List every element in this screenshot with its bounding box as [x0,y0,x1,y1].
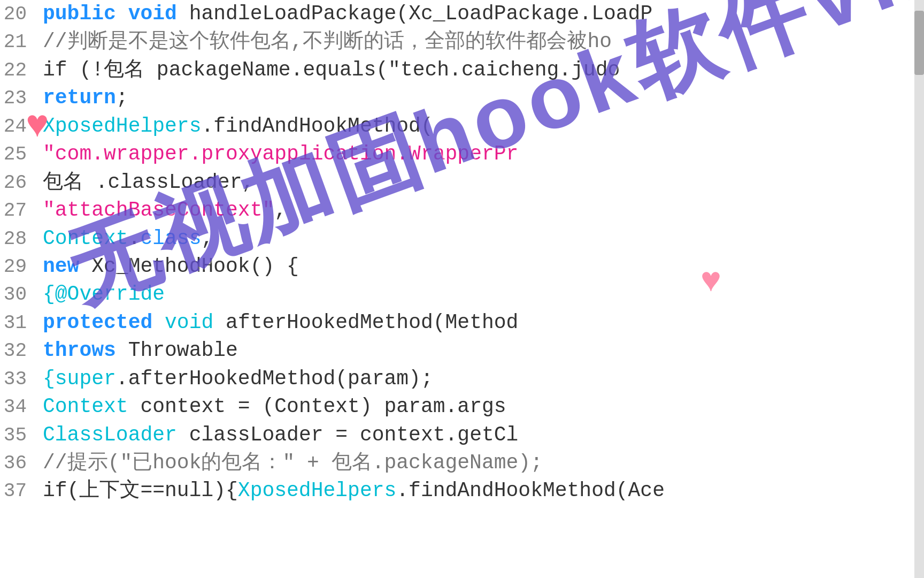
code-token: "attachBaseContext" [43,199,274,222]
code-token: handleLoadPackage(Xc_LoadPackage.LoadP [189,2,653,25]
line-number: 29 [0,254,43,280]
code-token: , [201,227,213,250]
code-token: public [43,2,128,25]
code-token: classLoader = context.getCl [189,423,519,446]
code-line: 35 ClassLoader classLoader = context.get… [0,421,924,449]
line-content: protected void afterHookedMethod(Method [43,309,518,337]
line-number: 28 [0,226,43,253]
code-token: ClassLoader [43,423,189,446]
code-line: 24 XposedHelpers.findAndHookMethod( [0,112,924,140]
line-number: 20 [0,1,43,28]
line-number: 21 [0,29,43,56]
line-content: "com.wrapper.proxyapplication.WrapperPr [43,140,518,168]
code-line: 36 //提示("已hook的包名：" + 包名.packageName); [0,449,924,477]
line-content: 包名 .classLoader, [43,169,254,196]
code-token: void [165,311,226,334]
code-token: protected [43,311,165,334]
code-token: new [43,255,91,278]
code-token: //判断是不是这个软件包名,不判断的话，全部的软件都会被ho [43,30,612,53]
line-number: 34 [0,394,43,421]
line-content: Context context = (Context) param.args [43,393,506,421]
code-line: 29 new Xc_MethodHook() { [0,253,924,280]
code-line: 26 包名 .classLoader, [0,169,924,196]
line-content: {@Override [43,280,165,308]
line-content: {super.afterHookedMethod(param); [43,365,433,393]
code-token: packageName.equals("tech.caicheng.judo [144,58,620,81]
line-content: new Xc_MethodHook() { [43,253,299,280]
code-line: 37 if(上下文==null){XposedHelpers.findAndHo… [0,477,924,505]
line-number: 32 [0,338,43,364]
code-line: 31 protected void afterHookedMethod(Meth… [0,309,924,337]
code-token: , [274,199,287,222]
code-token: Xc_MethodHook [91,255,250,278]
code-line: 25 "com.wrapper.proxyapplication.Wrapper… [0,140,924,168]
code-line: 22 if (!包名 packageName.equals("tech.caic… [0,56,924,84]
line-content: if (!包名 packageName.equals("tech.caichen… [43,56,620,84]
code-token: class [140,227,201,250]
code-token: 包名 [104,58,144,81]
line-content: //提示("已hook的包名：" + 包名.packageName); [43,449,543,477]
line-content: throws Throwable [43,337,238,364]
line-number: 31 [0,310,43,337]
code-token: void [128,2,189,25]
code-token: .findAndHookMethod( [201,115,433,138]
code-token: Throwable [128,339,238,362]
code-line: 20 public void handleLoadPackage(Xc_Load… [0,0,924,28]
code-line: 21 //判断是不是这个软件包名,不判断的话，全部的软件都会被ho [0,28,924,56]
line-content: if(上下文==null){XposedHelpers.findAndHookM… [43,477,665,505]
code-line: 30 {@Override [0,280,924,308]
code-line: 28 Context.class, [0,225,924,253]
line-content: Context.class, [43,225,213,253]
code-line: 32 throws Throwable [0,337,924,364]
code-line: 33 {super.afterHookedMethod(param); [0,365,924,393]
line-content: XposedHelpers.findAndHookMethod( [43,112,433,140]
code-editor: 20 public void handleLoadPackage(Xc_Load… [0,0,924,578]
code-token: Context [43,395,140,418]
line-number: 33 [0,366,43,393]
code-token: {super [43,367,116,390]
code-token: context = (Context) param.args [140,395,506,418]
code-token: //提示("已hook的包名：" + 包名.packageName); [43,451,543,474]
line-number: 30 [0,282,43,308]
code-token: Context [43,227,128,250]
line-content: "attachBaseContext", [43,196,287,224]
line-number: 27 [0,197,43,224]
line-content: ClassLoader classLoader = context.getCl [43,421,518,449]
code-token: throws [43,339,128,362]
line-number: 24 [0,113,43,140]
code-line: 34 Context context = (Context) param.arg… [0,393,924,421]
code-token: XposedHelpers [43,115,201,138]
scrollbar-thumb[interactable] [914,11,924,75]
code-token: if (! [43,58,104,81]
line-content: return; [43,84,128,112]
code-line: 27 "attachBaseContext", [0,196,924,224]
line-number: 22 [0,57,43,84]
code-token: .findAndHookMethod(Ace [396,479,665,502]
code-token: XposedHelpers [238,479,396,502]
code-token: . [128,227,141,250]
line-number: 35 [0,422,43,449]
line-content: //判断是不是这个软件包名,不判断的话，全部的软件都会被ho [43,28,612,56]
code-token: {@Override [43,283,165,306]
code-token: () { [250,255,299,278]
code-token: 包名 [43,171,83,194]
code-token: afterHookedMethod(Method [226,311,518,334]
code-token: "com.wrapper.proxyapplication.WrapperPr [43,142,518,165]
code-token: .classLoader, [83,171,254,194]
code-line: 23 return; [0,84,924,112]
code-token: ; [116,86,128,109]
line-number: 23 [0,85,43,112]
line-number: 26 [0,170,43,196]
code-token: .afterHookedMethod(param); [116,367,433,390]
code-token: return [43,86,116,109]
line-number: 25 [0,141,43,168]
scrollbar[interactable] [914,0,924,578]
line-number: 36 [0,450,43,477]
line-content: public void handleLoadPackage(Xc_LoadPac… [43,0,652,28]
line-number: 37 [0,478,43,505]
code-token: if(上下文==null){ [43,479,238,502]
